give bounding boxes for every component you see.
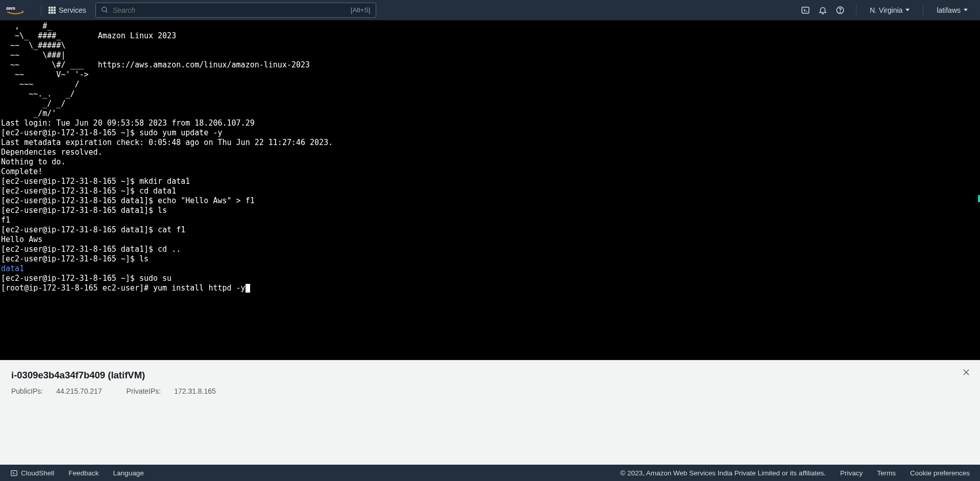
- output: f1: [1, 215, 10, 225]
- grid-icon: [48, 7, 56, 14]
- instance-info-panel: i-0309e3b4a34f7b409 (latifVM) PublicIPs:…: [0, 360, 980, 465]
- cloudshell-icon: [10, 469, 18, 477]
- prompt: [ec2-user@ip-172-31-8-165 ~]$: [1, 128, 139, 137]
- cloudshell-button[interactable]: CloudShell: [10, 469, 54, 477]
- prompt: [ec2-user@ip-172-31-8-165 data1]$: [1, 206, 158, 215]
- output-dir: data1: [1, 264, 24, 273]
- divider: [41, 5, 41, 16]
- cmd: ls: [139, 254, 149, 263]
- svg-line-2: [106, 11, 107, 12]
- cmd: cd ..: [158, 245, 181, 254]
- account-menu[interactable]: latifaws: [930, 6, 974, 14]
- divider: [856, 5, 856, 16]
- cmd: cd data1: [139, 186, 176, 196]
- motd-art: , #_ ~\_ ####_ Amazon Linux 2023 ~~ \_##…: [1, 21, 310, 118]
- public-ip: PublicIPs: 44.215.70.217: [11, 387, 113, 395]
- output: Dependencies resolved.: [1, 148, 103, 157]
- account-label: latifaws: [937, 6, 961, 14]
- prompt: [ec2-user@ip-172-31-8-165 data1]$: [1, 225, 158, 234]
- language-selector[interactable]: Language: [113, 469, 144, 477]
- svg-point-1: [102, 7, 107, 12]
- privacy-link[interactable]: Privacy: [840, 469, 863, 477]
- prompt: [ec2-user@ip-172-31-8-165 data1]$: [1, 196, 158, 205]
- services-menu[interactable]: Services: [48, 6, 86, 14]
- help-icon-button[interactable]: [831, 6, 849, 15]
- prompt: [ec2-user@ip-172-31-8-165 ~]$: [1, 274, 139, 283]
- cmd: cat f1: [158, 225, 185, 234]
- copyright-text: © 2023, Amazon Web Services India Privat…: [620, 469, 826, 477]
- search-icon: [101, 6, 109, 14]
- divider: [923, 5, 923, 16]
- private-ip: PrivateIPs: 172.31.8.165: [127, 387, 227, 395]
- cloudshell-icon-button[interactable]: [797, 6, 814, 15]
- prompt: [ec2-user@ip-172-31-8-165 data1]$: [1, 245, 158, 254]
- close-icon: [962, 368, 971, 377]
- output: Complete!: [1, 167, 42, 176]
- search-input[interactable]: [113, 6, 347, 14]
- prompt: [ec2-user@ip-172-31-8-165 ~]$: [1, 186, 139, 196]
- cloudshell-label: CloudShell: [21, 469, 54, 477]
- cmd: echo "Hello Aws" > f1: [158, 196, 255, 205]
- cmd: sudo yum update -y: [139, 128, 223, 137]
- aws-logo[interactable]: aws: [6, 5, 24, 16]
- aws-top-nav: aws Services [Alt+S] N. Virginia latifaw…: [0, 0, 980, 20]
- prompt-root: [root@ip-172-31-8-165 ec2-user]#: [1, 283, 153, 293]
- terminal-output[interactable]: , #_ ~\_ ####_ Amazon Linux 2023 ~~ \_##…: [0, 20, 980, 360]
- ip-info: PublicIPs: 44.215.70.217 PrivateIPs: 172…: [11, 387, 969, 395]
- svg-point-6: [840, 12, 840, 12]
- cmd: ls: [158, 206, 167, 215]
- cmd: mkdir data1: [139, 177, 190, 186]
- instance-title: i-0309e3b4a34f7b409 (latifVM): [11, 370, 969, 381]
- notifications-icon-button[interactable]: [814, 6, 831, 15]
- chevron-down-icon: [964, 9, 968, 11]
- cmd: sudo su: [139, 274, 172, 283]
- region-selector[interactable]: N. Virginia: [864, 6, 916, 14]
- search-box[interactable]: [Alt+S]: [95, 3, 376, 18]
- aws-footer: CloudShell Feedback Language © 2023, Ama…: [0, 465, 980, 481]
- close-panel-button[interactable]: [962, 368, 971, 379]
- services-label: Services: [59, 6, 86, 14]
- region-label: N. Virginia: [870, 6, 902, 14]
- output: Hello Aws: [1, 235, 42, 244]
- terminal-cursor: [246, 284, 250, 293]
- prompt: [ec2-user@ip-172-31-8-165 ~]$: [1, 177, 139, 186]
- cookie-preferences-link[interactable]: Cookie preferences: [910, 469, 970, 477]
- terms-link[interactable]: Terms: [877, 469, 896, 477]
- search-shortcut-hint: [Alt+S]: [351, 6, 371, 14]
- last-login-line: Last login: Tue Jun 20 09:53:58 2023 fro…: [1, 118, 255, 128]
- output: Last metadata expiration check: 0:05:48 …: [1, 138, 333, 147]
- prompt: [ec2-user@ip-172-31-8-165 ~]$: [1, 254, 139, 263]
- cmd: yum install httpd -y: [153, 283, 246, 293]
- output: Nothing to do.: [1, 157, 65, 166]
- scroll-indicator: [978, 195, 980, 202]
- chevron-down-icon: [905, 9, 910, 11]
- svg-text:aws: aws: [6, 5, 15, 10]
- feedback-link[interactable]: Feedback: [68, 469, 99, 477]
